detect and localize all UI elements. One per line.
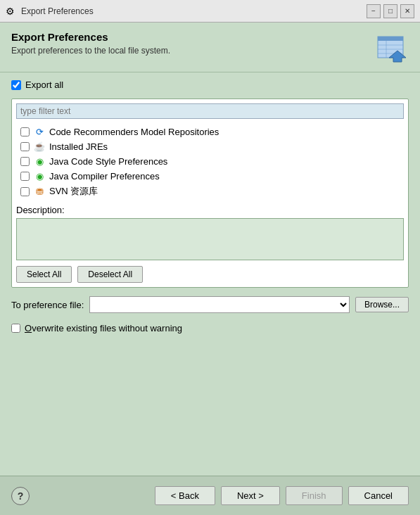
minimize-button[interactable]: − [367,4,381,18]
desc-wrapper [16,218,404,260]
window-controls: − □ ✕ [367,4,414,18]
list-item: ◉ Java Code Style Preferences [19,154,401,168]
list-item: ⛃ SVN 资源库 [19,184,401,199]
item-icon-4: ◉ [34,170,45,182]
finish-button[interactable]: Finish [286,486,343,505]
browse-button[interactable]: Browse... [355,297,409,312]
content-area: Export all ⟳ Code Recommenders Model Rep… [0,72,420,476]
list-item: ⟳ Code Recommenders Model Repositories [19,125,401,139]
item-checkbox-3[interactable] [20,157,30,166]
maximize-button[interactable]: □ [383,4,397,18]
filter-input[interactable] [16,103,404,119]
item-checkbox-1[interactable] [20,127,30,136]
item-label-2: Installed JREs [49,141,108,152]
main-container: Export Preferences Export preferences to… [0,23,420,515]
item-label-1: Code Recommenders Model Repositories [49,127,219,137]
help-button[interactable]: ? [11,487,30,505]
export-all-checkbox[interactable] [11,80,21,90]
header-section: Export Preferences Export preferences to… [0,23,420,72]
item-label-5: SVN 资源库 [49,185,98,198]
items-panel: ⟳ Code Recommenders Model Repositories ☕… [11,98,409,288]
window-title: Export Preferences [21,6,367,16]
list-item: ☕ Installed JREs [19,139,401,153]
item-checkbox-4[interactable] [20,172,30,181]
item-checkbox-5[interactable] [20,187,30,196]
cancel-button[interactable]: Cancel [348,486,409,505]
item-icon-3: ◉ [34,155,45,167]
back-button[interactable]: < Back [155,486,215,505]
pref-file-label: To preference file: [11,300,84,310]
next-button[interactable]: Next > [221,486,280,505]
app-icon: ⚙ [6,6,17,17]
description-textarea [16,218,404,260]
overwrite-label[interactable]: Overwrite existing files without warning [25,323,182,333]
item-icon-1: ⟳ [34,126,45,137]
title-bar: ⚙ Export Preferences − □ ✕ [0,0,420,23]
header-icon [375,31,409,65]
list-items: ⟳ Code Recommenders Model Repositories ☕… [16,123,404,201]
deselect-all-button[interactable]: Deselect All [77,266,143,283]
close-button[interactable]: ✕ [400,4,414,18]
header-text: Export Preferences Export preferences to… [11,31,170,56]
item-checkbox-2[interactable] [20,142,30,151]
svg-rect-1 [378,37,403,41]
pref-file-row: To preference file: Browse... [11,296,409,313]
description-section: Description: [16,205,404,260]
overwrite-checkbox[interactable] [11,324,20,333]
select-all-button[interactable]: Select All [16,266,72,283]
bottom-bar: ? < Back Next > Finish Cancel [0,476,420,515]
item-label-4: Java Compiler Preferences [49,171,160,182]
export-all-row: Export all [11,80,409,90]
description-label: Description: [16,205,404,215]
pref-file-select[interactable] [89,296,350,313]
page-subtitle: Export preferences to the local file sys… [11,46,170,56]
page-title: Export Preferences [11,31,170,43]
item-icon-2: ☕ [34,141,45,152]
export-all-label[interactable]: Export all [25,80,63,90]
item-label-3: Java Code Style Preferences [49,156,167,167]
overwrite-row: Overwrite existing files without warning [11,323,409,333]
list-item: ◉ Java Compiler Preferences [19,169,401,183]
item-icon-5: ⛃ [34,186,45,197]
action-buttons-row: Select All Deselect All [16,266,404,283]
